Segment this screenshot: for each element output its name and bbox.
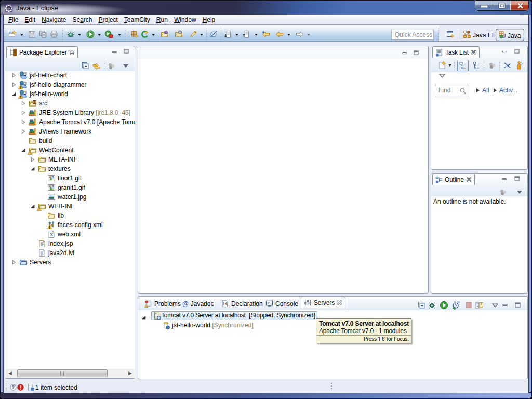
svg-text:?: ? (12, 384, 15, 390)
